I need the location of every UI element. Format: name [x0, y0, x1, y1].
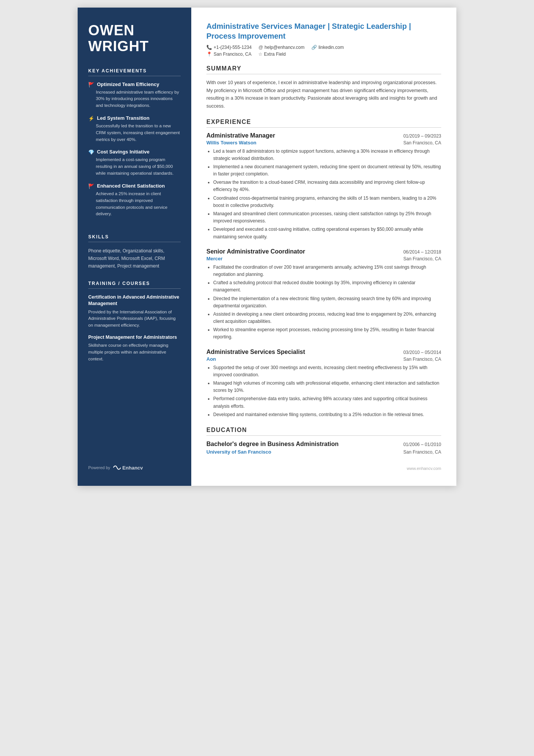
- achievements-list: 🚩 Optimized Team Efficiency Increased ad…: [88, 81, 181, 218]
- edu-subrow-0: University of San Francisco San Francisc…: [206, 449, 441, 455]
- job-bullet: Crafted a scheduling protocol that reduc…: [213, 279, 441, 294]
- job-entry: Administrative Services Specialist 03/20…: [206, 349, 441, 418]
- job-title-0: Administrative Manager: [206, 132, 275, 139]
- edu-entry: Bachelor's degree in Business Administra…: [206, 440, 441, 455]
- phone-value: +1-(234)-555-1234: [214, 45, 251, 50]
- job-dates-1: 06/2014 – 12/2018: [403, 249, 441, 255]
- job-subrow-0: Willis Towers Watson San Francisco, CA: [206, 140, 441, 146]
- achievement-item: 🚩 Enhanced Client Satisfaction Achieved …: [88, 183, 181, 218]
- job-entry: Senior Administrative Coordinator 06/201…: [206, 248, 441, 341]
- job-bullets-0: Led a team of 8 administrators to optimi…: [206, 148, 441, 241]
- achievement-name-3: Enhanced Client Satisfaction: [97, 183, 165, 189]
- email-icon: @: [258, 45, 263, 50]
- main-content: Administrative Services Manager | Strate…: [191, 8, 456, 486]
- job-header-row: Administrative Services Specialist 03/20…: [206, 349, 441, 355]
- achievement-item: 💎 Cost Savings Initiative Implemented a …: [88, 149, 181, 177]
- linkedin-value: linkedin.com: [319, 45, 344, 50]
- powered-by-label: Powered by: [88, 465, 110, 470]
- job-dates-2: 03/2010 – 05/2014: [403, 350, 441, 355]
- extra-field-contact: ☆ Extra Field: [258, 52, 286, 57]
- contact-row-2: 📍 San Francisco, CA ☆ Extra Field: [206, 52, 441, 57]
- achievement-desc-1: Successfully led the transition to a new…: [88, 123, 181, 143]
- job-location-2: San Francisco, CA: [403, 357, 441, 362]
- achievement-icon-1: ⚡: [88, 116, 94, 121]
- job-bullet: Supported the setup of over 300 meetings…: [213, 364, 441, 379]
- training-title-1: Project Management for Administrators: [88, 334, 181, 341]
- job-dates-0: 01/2019 – 09/2023: [403, 133, 441, 139]
- skills-text: Phone etiquette, Organizational skills, …: [88, 247, 181, 270]
- achievement-item: 🚩 Optimized Team Efficiency Increased ad…: [88, 81, 181, 109]
- email-contact: @ help@enhancv.com: [258, 45, 304, 50]
- education-section-title: EDUCATION: [206, 427, 441, 436]
- achievement-title-2: 💎 Cost Savings Initiative: [88, 149, 181, 155]
- training-title-0: Certification in Advanced Administrative…: [88, 294, 181, 307]
- job-title-1: Senior Administrative Coordinator: [206, 248, 305, 255]
- job-location-1: San Francisco, CA: [403, 256, 441, 261]
- achievement-name-1: Led System Transition: [97, 115, 150, 121]
- achievement-icon-3: 🚩: [88, 183, 94, 189]
- job-entry: Administrative Manager 01/2019 – 09/2023…: [206, 132, 441, 241]
- edu-header-row-0: Bachelor's degree in Business Administra…: [206, 440, 441, 448]
- experience-section-title: EXPERIENCE: [206, 119, 441, 128]
- edu-degree-0: Bachelor's degree in Business Administra…: [206, 440, 339, 448]
- job-subrow-1: Mercer San Francisco, CA: [206, 256, 441, 261]
- job-bullet: Managed and streamlined client communica…: [213, 210, 441, 225]
- footer-website: www.enhancv.com: [407, 466, 441, 471]
- achievement-desc-3: Achieved a 25% increase in client satisf…: [88, 191, 181, 218]
- job-bullet: Worked to streamline expense report proc…: [213, 326, 441, 341]
- job-header-row: Administrative Manager 01/2019 – 09/2023: [206, 132, 441, 139]
- achievements-section: KEY ACHIEVEMENTS 🚩 Optimized Team Effici…: [88, 68, 181, 224]
- skills-section: SKILLS Phone etiquette, Organizational s…: [88, 234, 181, 270]
- linkedin-contact: 🔗 linkedin.com: [311, 45, 344, 50]
- resume-container: OWEN WRIGHT KEY ACHIEVEMENTS 🚩 Optimized…: [78, 8, 456, 486]
- school-name-0: University of San Francisco: [206, 449, 271, 455]
- achievement-item: ⚡ Led System Transition Successfully led…: [88, 115, 181, 143]
- location-contact: 📍 San Francisco, CA: [206, 52, 251, 57]
- job-bullet: Implemented a new document management sy…: [213, 163, 441, 178]
- achievement-title-0: 🚩 Optimized Team Efficiency: [88, 81, 181, 88]
- phone-icon: 📞: [206, 45, 212, 50]
- email-value: help@enhancv.com: [265, 45, 304, 50]
- sidebar-footer: Powered by Enhancv: [88, 457, 181, 471]
- achievement-icon-0: 🚩: [88, 82, 94, 88]
- achievements-title: KEY ACHIEVEMENTS: [88, 68, 181, 76]
- extra-field-value: Extra Field: [264, 52, 286, 57]
- job-bullet: Coordinated cross-departmental training …: [213, 195, 441, 209]
- achievement-title-1: ⚡ Led System Transition: [88, 115, 181, 121]
- name-block: OWEN WRIGHT: [88, 23, 181, 55]
- job-bullet: Oversaw the transition to a cloud-based …: [213, 179, 441, 193]
- company-name-1: Mercer: [206, 256, 223, 261]
- achievement-desc-0: Increased administrative team efficiency…: [88, 89, 181, 109]
- summary-text: With over 10 years of experience, I exce…: [206, 79, 441, 110]
- training-item: Certification in Advanced Administrative…: [88, 294, 181, 329]
- training-list: Certification in Advanced Administrative…: [88, 294, 181, 363]
- extra-icon: ☆: [258, 52, 262, 57]
- summary-section-title: SUMMARY: [206, 65, 441, 74]
- achievement-desc-2: Implemented a cost-saving program result…: [88, 157, 181, 177]
- achievement-name-0: Optimized Team Efficiency: [97, 81, 159, 87]
- job-title-header: Administrative Services Manager | Strate…: [206, 21, 441, 41]
- achievement-icon-2: 💎: [88, 149, 94, 155]
- training-item: Project Management for Administrators Sk…: [88, 334, 181, 363]
- job-bullet: Developed and maintained extensive filin…: [213, 411, 441, 418]
- enhancv-symbol-icon: [113, 465, 121, 470]
- location-icon: 📍: [206, 52, 212, 57]
- job-title-2: Administrative Services Specialist: [206, 349, 305, 355]
- location-value: San Francisco, CA: [214, 52, 251, 57]
- linkedin-icon: 🔗: [311, 45, 317, 50]
- edu-location-0: San Francisco, CA: [403, 449, 441, 455]
- training-section: TRAINING / COURSES Certification in Adva…: [88, 281, 181, 368]
- main-header: Administrative Services Manager | Strate…: [206, 21, 441, 57]
- enhancv-brand-name: Enhancv: [122, 465, 143, 471]
- skills-title: SKILLS: [88, 234, 181, 242]
- job-bullet: Directed the implementation of a new ele…: [213, 295, 441, 310]
- job-bullet: Led a team of 8 administrators to optimi…: [213, 148, 441, 162]
- last-name: WRIGHT: [88, 39, 181, 55]
- achievement-title-3: 🚩 Enhanced Client Satisfaction: [88, 183, 181, 189]
- training-desc-0: Provided by the International Associatio…: [88, 309, 181, 329]
- sidebar: OWEN WRIGHT KEY ACHIEVEMENTS 🚩 Optimized…: [78, 8, 191, 486]
- first-name: OWEN: [88, 23, 181, 39]
- job-bullet: Developed and executed a cost-saving ini…: [213, 226, 441, 240]
- job-bullet: Performed comprehensive data entry tasks…: [213, 395, 441, 410]
- job-location-0: San Francisco, CA: [403, 140, 441, 146]
